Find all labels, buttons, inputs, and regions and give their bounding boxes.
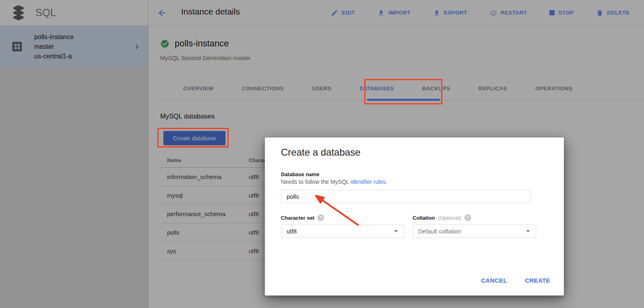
- optional-note: (Optional): [438, 215, 461, 221]
- chevron-down-icon: [526, 230, 530, 232]
- dialog-create-button[interactable]: CREATE: [523, 276, 552, 285]
- help-icon[interactable]: ?: [318, 214, 324, 221]
- hint-text: Needs to follow the MySQL: [281, 179, 351, 185]
- collation-label: Collation: [413, 215, 435, 221]
- cloud-sql-console: SQL Instance details EDIT IMPORT EXPORT …: [0, 0, 644, 308]
- annotation-box-create-button: [157, 128, 229, 148]
- character-set-value: utf8: [281, 228, 394, 235]
- help-icon[interactable]: ?: [464, 214, 471, 221]
- database-name-hint: Needs to follow the MySQL identifier rul…: [281, 179, 387, 185]
- collation-value: Default collation: [413, 228, 526, 235]
- character-set-label: Character set: [281, 215, 314, 221]
- character-set-label-row: Character set ?: [281, 214, 324, 221]
- dialog-actions: CANCEL CREATE: [479, 276, 552, 285]
- chevron-down-icon: [394, 230, 398, 232]
- collation-dropdown[interactable]: Default collation: [413, 225, 536, 238]
- annotation-box-databases-tab: [364, 79, 442, 104]
- hint-period: .: [386, 179, 387, 185]
- identifier-rules-link[interactable]: identifier rules: [351, 179, 386, 185]
- collation-label-row: Collation (Optional) ?: [413, 214, 471, 221]
- database-name-input[interactable]: [281, 190, 531, 203]
- dialog-title: Create a database: [281, 147, 360, 158]
- cancel-button[interactable]: CANCEL: [479, 276, 509, 285]
- create-database-dialog: Create a database Database name Needs to…: [265, 137, 564, 296]
- database-name-label: Database name: [281, 171, 319, 177]
- character-set-dropdown[interactable]: utf8: [281, 225, 404, 238]
